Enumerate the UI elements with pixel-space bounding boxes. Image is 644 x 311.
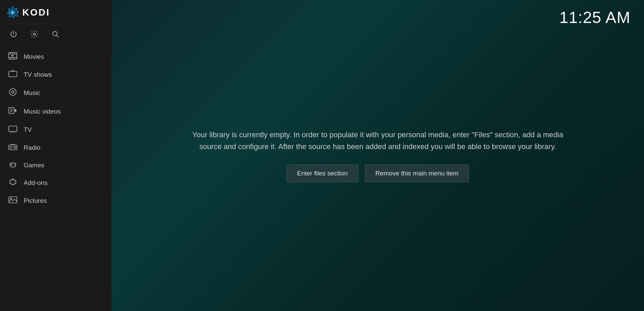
search-icon[interactable] (51, 30, 59, 40)
sidebar-item-movies[interactable]: Movies (0, 48, 112, 66)
sidebar-item-music-videos-label: Music videos (24, 108, 61, 115)
remove-main-menu-item-button[interactable]: Remove this main menu item (365, 165, 469, 182)
svg-rect-42 (9, 197, 17, 203)
svg-point-2 (11, 11, 14, 14)
games-icon (8, 161, 18, 169)
svg-rect-14 (14, 58, 15, 59)
sidebar-item-radio[interactable]: Radio (0, 139, 112, 157)
time-display: 11:25 AM (559, 8, 630, 27)
svg-rect-10 (12, 52, 13, 54)
svg-rect-27 (9, 126, 17, 131)
kodi-logo-text: KODI (22, 7, 50, 18)
tv-icon (8, 125, 18, 134)
sidebar-controls (0, 24, 112, 46)
svg-line-5 (57, 35, 59, 38)
sidebar-item-add-ons[interactable]: Add-ons (0, 174, 112, 192)
sidebar-item-music[interactable]: Music (0, 83, 112, 102)
sidebar-item-add-ons-label: Add-ons (24, 179, 48, 187)
svg-point-21 (13, 92, 14, 93)
kodi-logo-icon (6, 6, 19, 19)
sidebar-item-music-videos[interactable]: Music videos (0, 102, 112, 121)
main-content: 11:25 AM Your library is currently empty… (112, 0, 644, 311)
svg-rect-8 (9, 57, 17, 58)
sidebar-nav: Movies TV shows Music (0, 46, 112, 311)
content-center: Your library is currently empty. In orde… (112, 0, 644, 311)
enter-files-section-button[interactable]: Enter files section (287, 165, 358, 182)
svg-rect-9 (10, 52, 11, 54)
sidebar-item-pictures-label: Pictures (24, 197, 47, 205)
svg-point-38 (15, 165, 16, 165)
library-empty-message: Your library is currently empty. In orde… (192, 129, 564, 152)
svg-rect-11 (14, 52, 15, 54)
svg-point-32 (14, 146, 16, 148)
sidebar-item-movies-label: Movies (24, 53, 44, 61)
svg-rect-13 (12, 58, 13, 59)
power-icon[interactable] (9, 30, 18, 40)
music-videos-icon (8, 106, 18, 116)
radio-icon (8, 143, 18, 152)
svg-point-3 (33, 33, 35, 35)
sidebar-item-tv[interactable]: TV (0, 121, 112, 139)
svg-rect-12 (10, 58, 11, 59)
svg-marker-26 (15, 109, 17, 112)
settings-icon[interactable] (30, 30, 39, 40)
add-ons-icon (8, 178, 18, 187)
svg-point-37 (14, 164, 15, 164)
svg-marker-15 (11, 55, 14, 57)
action-buttons: Enter files section Remove this main men… (287, 165, 469, 182)
sidebar-item-tv-label: TV (24, 126, 32, 134)
sidebar-item-pictures[interactable]: Pictures (0, 192, 112, 210)
music-icon (8, 88, 18, 98)
sidebar-header: KODI (0, 0, 112, 24)
movies-icon (8, 52, 18, 61)
sidebar: KODI (0, 0, 112, 311)
sidebar-item-music-label: Music (24, 89, 41, 97)
sidebar-item-games[interactable]: Games (0, 157, 112, 174)
svg-rect-7 (9, 54, 17, 54)
sidebar-item-games-label: Games (24, 162, 44, 169)
sidebar-item-tv-shows[interactable]: TV shows (0, 66, 112, 83)
svg-marker-40 (11, 180, 15, 185)
svg-rect-16 (9, 71, 17, 77)
tv-shows-icon (8, 70, 18, 79)
pictures-icon (8, 196, 18, 205)
sidebar-item-radio-label: Radio (24, 144, 41, 151)
sidebar-item-tv-shows-label: TV shows (24, 71, 52, 78)
